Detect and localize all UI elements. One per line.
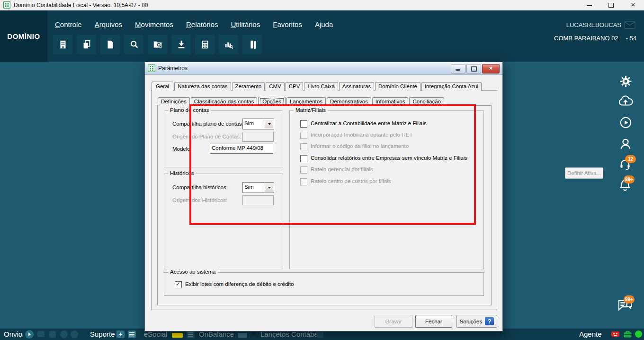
tab-lancamentos[interactable]: Lançamentos — [286, 97, 326, 106]
settings-button[interactable] — [619, 75, 632, 90]
check-icon: ✓ — [176, 281, 180, 287]
suporte-list-icon[interactable] — [128, 331, 136, 338]
onvio-status-icon-2[interactable] — [71, 331, 78, 338]
centralizar-checkbox[interactable] — [300, 120, 307, 128]
search-icon — [129, 39, 139, 50]
suporte-label[interactable]: Suporte — [90, 330, 115, 338]
historicos-group: Históricos Compartilha históricos: Sim O… — [164, 174, 283, 269]
suporte-add-icon[interactable]: + — [116, 331, 125, 338]
dialog-minimize-icon[interactable] — [451, 64, 465, 74]
play-button[interactable] — [619, 116, 632, 131]
onvio-status-icon-1[interactable] — [60, 331, 68, 338]
person-icon — [618, 137, 633, 151]
cloud-upload-icon — [617, 94, 634, 108]
esocial-status-indicator — [172, 333, 183, 338]
toolbar-button-importar[interactable] — [171, 35, 191, 54]
onvio-label[interactable]: Onvio — [4, 330, 22, 338]
tab-cmv[interactable]: CMV — [266, 82, 285, 91]
exibir-lotes-checkbox[interactable]: ✓ — [175, 281, 182, 288]
copy-pages-icon — [81, 39, 92, 50]
origem-historicos-field — [242, 195, 274, 205]
tab-informativos[interactable]: Informativos — [372, 97, 409, 106]
dialog-titlebar[interactable]: Parâmetros × — [145, 62, 502, 75]
tab-opcoes[interactable]: Opções — [258, 97, 286, 106]
lancamentos-icon[interactable] — [316, 331, 323, 338]
compartilha-plano-label: Compartilha plano de contas: — [172, 121, 243, 127]
toolbar-button-pesquisar[interactable] — [124, 35, 143, 54]
tab-demonstrativos[interactable]: Demonstrativos — [327, 97, 371, 106]
onvio-list-icon[interactable] — [49, 331, 56, 338]
menu-utilitarios[interactable]: Utilitários — [231, 20, 260, 28]
dialog-maximize-icon[interactable] — [466, 64, 481, 74]
tab-dominio-cliente[interactable]: Domínio Cliente — [375, 82, 420, 91]
fechar-button[interactable]: Fechar — [415, 315, 452, 328]
os-titlebar[interactable]: Domínio Contabilidade Fiscal - Versão: 1… — [0, 0, 644, 10]
menu-relatorios[interactable]: Relatórios — [186, 20, 218, 28]
tab-zeramento[interactable]: Zeramento — [232, 82, 265, 91]
calculator-icon — [200, 39, 210, 50]
compartilha-plano-dropdown[interactable]: Sim — [242, 119, 274, 129]
tab-geral[interactable]: Geral — [152, 82, 173, 91]
tab-conciliacao[interactable]: Conciliação — [409, 97, 444, 106]
gear-icon — [619, 75, 632, 88]
modelo-field[interactable]: Conforme MP 449/08 — [210, 144, 273, 154]
centralizar-label: Centralizar a Contabilidade entre Matriz… — [311, 120, 427, 126]
dropdown-arrow-icon[interactable] — [265, 119, 273, 129]
tab-classificacao-das-contas[interactable]: Classificação das contas — [191, 97, 258, 106]
company-name: COMB PARAIBANO 02 — [554, 35, 618, 42]
toolbar-button-empresas[interactable] — [53, 35, 72, 54]
document-icon — [105, 39, 116, 50]
consolidar-checkbox[interactable] — [300, 155, 307, 162]
tab-integracao-conta-azul[interactable]: Integração Conta Azul — [421, 82, 482, 91]
chat-badge: 99+ — [624, 295, 635, 303]
toolbar-button-documento[interactable] — [100, 35, 120, 54]
username: LUCASREBOUCAS — [566, 21, 621, 28]
tab-cpv[interactable]: CPV — [286, 82, 304, 91]
solucoes-label: Soluções — [460, 319, 482, 324]
agente-online-indicator — [635, 331, 642, 338]
toolbar-button-relatorios[interactable] — [219, 35, 238, 54]
tab-assinaturas[interactable]: Assinaturas — [339, 82, 374, 91]
menu-favoritos[interactable]: Favoritos — [273, 20, 302, 28]
close-icon[interactable]: × — [622, 0, 644, 10]
app-icon — [3, 1, 10, 9]
onbalance-chevron-down-icon[interactable] — [251, 332, 257, 336]
support-badge: 12 — [625, 155, 636, 163]
menu-movimentos[interactable]: Movimentos — [135, 20, 173, 28]
compartilha-historicos-dropdown[interactable]: Sim — [242, 182, 274, 193]
dropdown-arrow-icon[interactable] — [265, 183, 273, 192]
toolbar-button-consultar[interactable] — [148, 35, 167, 54]
tab-definicoes[interactable]: Definições — [158, 97, 190, 106]
solucoes-button[interactable]: Soluções ? — [456, 315, 497, 328]
window-title: Domínio Contabilidade Fiscal - Versão: 1… — [14, 2, 148, 9]
minimize-icon[interactable] — [579, 0, 600, 10]
origem-plano-field — [242, 132, 274, 142]
menu-arquivos[interactable]: Arquivos — [95, 20, 122, 28]
agente-briefcase-icon[interactable] — [623, 330, 632, 340]
agente-robot-icon[interactable] — [611, 330, 620, 340]
maximize-icon[interactable] — [600, 0, 622, 10]
assistant-button[interactable] — [618, 137, 633, 153]
cloud-upload-button[interactable] — [617, 94, 634, 110]
outer-tab-strip: Geral Natureza das contas Zeramento CMV … — [152, 80, 483, 91]
exibir-lotes-label: Exibir lotes com diferença de débito e c… — [185, 281, 294, 287]
toolbar-button-calculadora[interactable] — [195, 35, 215, 54]
toolbar-button-copiar[interactable] — [77, 35, 96, 54]
help-icon: ? — [485, 317, 494, 325]
menu-controle[interactable]: Controle — [55, 20, 82, 28]
agente-label[interactable]: Agente — [579, 330, 602, 338]
dialog-close-icon[interactable]: × — [482, 64, 500, 74]
esocial-list-icon[interactable] — [187, 331, 195, 338]
menubar: Controle Arquivos Movimentos Relatórios … — [55, 20, 333, 28]
menu-ajuda[interactable]: Ajuda — [315, 20, 333, 28]
exit-book-icon — [247, 39, 258, 50]
onvio-chat-icon[interactable] — [37, 331, 45, 337]
gravar-button: Gravar — [375, 315, 412, 328]
tab-livro-caixa[interactable]: Livro Caixa — [304, 82, 338, 91]
envelope-icon[interactable] — [624, 21, 635, 29]
matriz-filiais-group: Matriz/Filiais Centralizar a Contabilida… — [289, 110, 484, 269]
onvio-play-icon[interactable] — [25, 330, 34, 340]
toolbar — [53, 35, 262, 54]
tab-natureza-das-contas[interactable]: Natureza das contas — [174, 82, 231, 91]
toolbar-button-sair[interactable] — [242, 35, 262, 54]
